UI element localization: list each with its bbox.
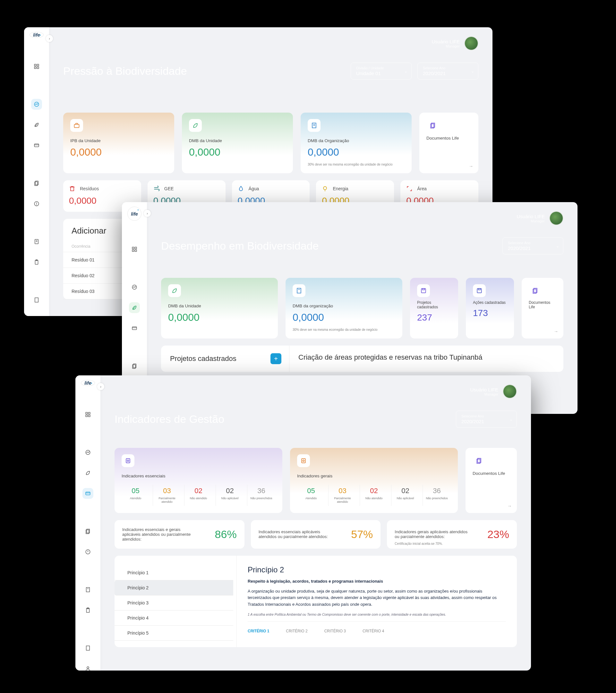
page-title: Pressão à Biodiversidade bbox=[63, 65, 187, 77]
pct-all: Indicadores essenciais e gerais aplicáve… bbox=[115, 520, 244, 549]
avatar[interactable] bbox=[464, 36, 478, 51]
logo[interactable]: life bbox=[81, 380, 95, 386]
leaf-icon bbox=[168, 284, 181, 297]
nav-building-icon[interactable] bbox=[31, 295, 42, 305]
nav-report-icon[interactable] bbox=[82, 584, 93, 595]
svg-rect-56 bbox=[88, 415, 90, 417]
nav-chart-icon[interactable] bbox=[82, 447, 93, 458]
nav-files-icon[interactable] bbox=[129, 361, 140, 372]
principle-item[interactable]: Princípio 5 bbox=[115, 626, 233, 641]
drop-icon bbox=[238, 185, 244, 192]
principle-item[interactable]: Princípio 2 bbox=[115, 580, 233, 595]
sidebar-toggle[interactable]: › bbox=[46, 35, 53, 42]
criteria-tab[interactable]: CRITÉRIO 2 bbox=[286, 629, 307, 633]
year-selector[interactable]: Selecione Ano 2020/2021 ⌄ bbox=[502, 237, 563, 254]
card-dmbo[interactable]: DMB da organização 0,0000 30% deve ser n… bbox=[285, 278, 402, 338]
nav-apps-icon[interactable] bbox=[129, 244, 140, 255]
nav-building-icon[interactable] bbox=[82, 642, 93, 654]
chevron-down-icon: ⌄ bbox=[471, 69, 474, 74]
card-dmbo[interactable]: DMB da Organização 0,0000 30% deve ser n… bbox=[301, 113, 412, 173]
nav-card-icon[interactable] bbox=[129, 323, 140, 334]
svg-point-74 bbox=[303, 460, 304, 462]
nav-apps-icon[interactable] bbox=[31, 61, 42, 72]
svg-rect-50 bbox=[478, 289, 481, 290]
criteria-tabs: CRITÉRIO 1CRITÉRIO 2CRITÉRIO 3CRITÉRIO 4 bbox=[248, 629, 506, 633]
svg-rect-3 bbox=[37, 67, 39, 69]
nav-user-icon[interactable] bbox=[82, 663, 93, 671]
add-project-button[interactable]: + bbox=[271, 353, 281, 364]
sidebar: life › bbox=[75, 375, 100, 671]
card-dmb[interactable]: DMB da Unidade 0,0000 bbox=[161, 278, 278, 338]
svg-point-69 bbox=[87, 667, 89, 669]
principles-list: Princípio 1Princípio 2Princípio 3Princíp… bbox=[115, 556, 236, 647]
nav-chart-icon[interactable] bbox=[31, 99, 42, 110]
logo[interactable]: life bbox=[29, 32, 44, 38]
svg-rect-71 bbox=[126, 458, 130, 463]
nav-chart-icon[interactable] bbox=[129, 282, 140, 293]
card-acoes[interactable]: Ações cadastradas 173 bbox=[466, 278, 514, 338]
svg-point-31 bbox=[323, 186, 326, 190]
nav-leaf-icon[interactable] bbox=[31, 119, 42, 130]
nav-clipboard-icon[interactable] bbox=[82, 605, 93, 616]
project-selected-title: Criação de áreas protegidas e reservas n… bbox=[298, 353, 554, 361]
card-ind-essenciais[interactable]: Indicadores essenciais 05 Atendido03 Par… bbox=[115, 448, 282, 513]
svg-rect-45 bbox=[297, 289, 301, 293]
principle-item[interactable]: Princípio 4 bbox=[115, 611, 233, 626]
nav-report-icon[interactable] bbox=[31, 236, 42, 247]
criteria-tab[interactable]: CRITÉRIO 4 bbox=[362, 629, 384, 633]
chevron-down-icon: ⌄ bbox=[556, 244, 559, 248]
principle-item[interactable]: Princípio 3 bbox=[115, 595, 233, 611]
svg-rect-24 bbox=[75, 124, 79, 128]
chevron-down-icon: ⌄ bbox=[510, 417, 513, 421]
nav-card-icon[interactable] bbox=[82, 488, 93, 499]
criteria-tab[interactable]: CRITÉRIO 3 bbox=[324, 629, 346, 633]
nav-files-icon[interactable] bbox=[31, 178, 42, 189]
stats-gerais: 05 Atendido03 Parcialmente atendido02 Nã… bbox=[297, 485, 451, 506]
user-name: Usuário LIFE bbox=[432, 39, 460, 44]
card-docs[interactable]: Documentos Life → bbox=[419, 113, 478, 173]
avatar[interactable] bbox=[549, 211, 563, 225]
year-selector[interactable]: Selecione Ano 2020/2021 ⌄ bbox=[456, 411, 517, 428]
year-selector[interactable]: Selecione Ano 2020/2021 ⌄ bbox=[417, 63, 478, 80]
briefcase-icon bbox=[70, 119, 83, 132]
nav-clipboard-icon[interactable] bbox=[31, 257, 42, 268]
card-docs[interactable]: Documentos Life → bbox=[522, 278, 563, 338]
sidebar-toggle[interactable]: › bbox=[144, 210, 151, 217]
save-icon bbox=[473, 284, 486, 297]
principle-item[interactable]: Princípio 1 bbox=[115, 565, 233, 580]
nav-apps-icon[interactable] bbox=[82, 409, 93, 420]
card-dmb[interactable]: DMB da Unidade 0,0000 bbox=[182, 113, 293, 173]
nav-user-icon[interactable] bbox=[31, 315, 42, 316]
bulb-icon bbox=[322, 185, 328, 192]
svg-rect-48 bbox=[422, 289, 425, 290]
sidebar-toggle[interactable]: › bbox=[97, 383, 104, 390]
user-role: Manager bbox=[432, 44, 460, 48]
card-ipb[interactable]: IPB da Unidade 0,0000 bbox=[63, 113, 174, 173]
document-icon bbox=[529, 284, 541, 297]
nav-leaf-icon[interactable] bbox=[129, 302, 140, 313]
nav-leaf-icon[interactable] bbox=[82, 468, 93, 478]
nav-files-icon[interactable] bbox=[82, 526, 93, 537]
card-ind-gerais[interactable]: Indicadores gerais 05 Atendido03 Parcial… bbox=[290, 448, 458, 513]
user-role: Manager bbox=[470, 392, 498, 396]
svg-rect-36 bbox=[135, 250, 137, 252]
unit-selector[interactable]: Divisão / Unidade Unidade 01 ⌄ bbox=[351, 63, 412, 80]
page-title: Indicadores de Gestão bbox=[115, 413, 224, 425]
nav-card-icon[interactable] bbox=[31, 140, 42, 151]
maximize-icon bbox=[406, 185, 413, 192]
trash-icon bbox=[69, 185, 75, 192]
arrow-right-icon: → bbox=[554, 329, 558, 334]
svg-rect-64 bbox=[86, 588, 90, 592]
pct-ess: Indicadores essenciais aplicáveis atendi… bbox=[251, 520, 381, 549]
window-indicadores: life › Usuário LIFE Manager bbox=[75, 375, 531, 671]
nav-alert-icon[interactable] bbox=[31, 198, 42, 209]
document-icon bbox=[426, 119, 439, 132]
nav-alert-icon[interactable] bbox=[82, 547, 93, 557]
card-docs[interactable]: Documentos Life → bbox=[465, 448, 517, 513]
svg-rect-33 bbox=[132, 247, 134, 249]
card-projetos[interactable]: Projetos cadastrados 237 bbox=[410, 278, 458, 338]
logo[interactable]: life bbox=[127, 206, 141, 221]
criteria-tab[interactable]: CRITÉRIO 1 bbox=[248, 629, 269, 633]
avatar[interactable] bbox=[503, 384, 517, 398]
svg-point-11 bbox=[37, 205, 37, 205]
